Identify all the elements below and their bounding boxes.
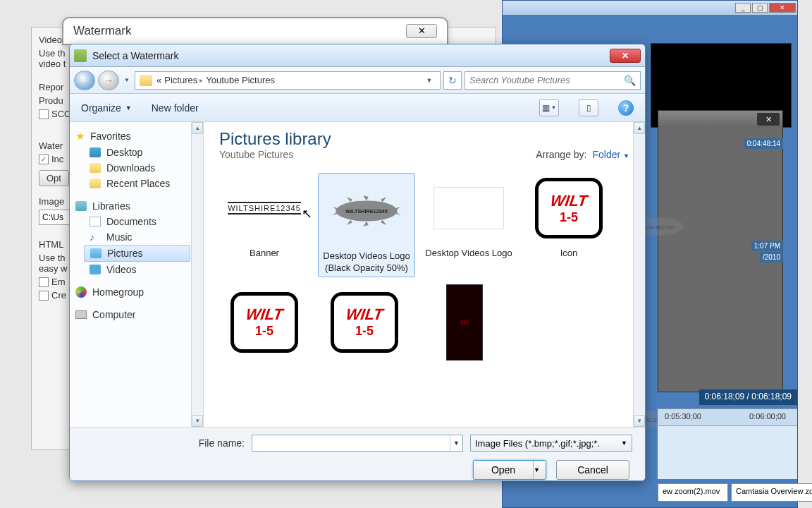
arrange-by-label: Arrange by: [536,149,586,160]
dialog-file-list: ▴ ▾ Pictures library Youtube Pictures Ar… [204,122,645,427]
dialog-close-button[interactable]: ✕ [610,49,641,63]
nav-back-button[interactable]: ← [74,71,95,90]
sidebar-scroll-down[interactable]: ▾ [192,415,203,427]
editor-panel-bar: ✕ [658,111,782,128]
dialog-sidebar: ▴ ▾ ★Favorites Desktop Downloads Recent … [70,122,204,427]
address-dropdown[interactable]: ▼ [423,77,436,84]
sco-checkbox[interactable] [39,109,49,119]
library-header: Pictures library Youtube Pictures Arrang… [204,122,645,164]
downloads-icon [90,163,101,173]
organize-menu[interactable]: Organize▼ [81,102,132,114]
timeline-clip-2[interactable]: Camtasia Overview zoom(2).mov [731,483,812,502]
file-label: Desktop Videos Logo [425,248,512,260]
new-folder-button[interactable]: New folder [152,102,199,114]
filelist-scroll-down[interactable]: ▾ [634,415,645,427]
editor-timestamp-3: /2010 [760,252,783,262]
file-item-row2-1[interactable]: WILT1-5 [218,287,311,362]
svg-marker-14 [381,220,386,225]
file-item-row2-2[interactable]: WILT1-5 [318,287,411,362]
sco-label: SCO [51,109,71,119]
search-input[interactable] [469,75,624,85]
filename-combo[interactable]: ▼ [252,435,463,452]
nav-forward-button[interactable]: → [98,71,119,90]
spiky-logo-thumbnail: WILTSHIRE12345 [331,193,402,229]
help-button[interactable]: ? [618,100,634,116]
search-icon[interactable]: 🔍 [624,75,636,86]
filelist-scrollbar[interactable]: ▴ ▾ [633,122,645,427]
watermark-modal-title: Watermark [73,24,406,38]
dialog-footer: File name: ▼ Image Files (*.bmp;*.gif;*.… [70,427,645,481]
editor-minimize-button[interactable]: _ [735,3,751,13]
sidebar-libraries-header[interactable]: Libraries [70,198,203,214]
view-mode-button[interactable]: ▦▼ [539,99,559,116]
file-label: Icon [560,248,578,260]
cancel-button[interactable]: Cancel [556,460,629,480]
music-icon: ♪ [90,232,101,242]
file-item-banner[interactable]: WILTSHIRE12345 Banner [218,173,311,277]
watermark-modal-close[interactable]: ✕ [406,24,437,38]
dialog-nav-bar: ← → ▼ « Pictures ▸ Youtube Pictures ▼ ↻ … [70,67,645,94]
sidebar-scroll-up[interactable]: ▴ [192,122,203,134]
file-filter-combo[interactable]: Image Files (*.bmp;*.gif;*.jpg;*. ▼ [470,435,632,452]
svg-text:WILTSHIRE12345: WILTSHIRE12345 [345,208,388,214]
sidebar-favorites-header[interactable]: ★Favorites [70,128,203,145]
wilt-icon-thumbnail: WILT1-5 [535,178,603,238]
file-item-row2-3[interactable]: ▮▮▮ [418,287,511,362]
sidebar-item-pictures[interactable]: Pictures [84,245,190,262]
recent-icon [90,179,101,188]
file-item-dvl-black[interactable]: WILTSHIRE12345 Desktop Videos Logo (Blac… [318,173,415,277]
filename-dropdown[interactable]: ▼ [450,435,462,451]
sidebar-item-documents[interactable]: Documents [70,214,203,229]
file-item-icon[interactable]: WILT1-5 Icon [522,173,615,277]
computer-icon [75,310,87,319]
svg-marker-9 [363,195,368,200]
sidebar-scrollbar[interactable]: ▴ ▾ [191,122,203,427]
editor-maximize-button[interactable]: ▢ [752,3,768,13]
pictures-icon [90,248,102,258]
address-bar[interactable]: « Pictures ▸ Youtube Pictures ▼ [135,71,441,90]
homegroup-icon [75,286,87,298]
svg-marker-10 [363,222,368,226]
editor-timestamp-1: 0:04:48:14 [744,138,783,149]
svg-marker-11 [347,197,352,202]
editor-timeline[interactable]: 0:05:30;00 0:06:00;00 [658,409,797,479]
preview-pane-button[interactable]: ▯ [579,99,598,116]
filter-dropdown-icon: ▼ [621,440,627,447]
breadcrumb-youtube-pictures[interactable]: Youtube Pictures [206,75,275,85]
filename-input[interactable] [252,438,450,449]
breadcrumb-pictures[interactable]: Pictures ▸ [164,75,203,85]
filter-value: Image Files (*.bmp;*.gif;*.jpg;*. [475,438,600,449]
sidebar-item-downloads[interactable]: Downloads [70,160,203,176]
editor-close-button[interactable]: ✕ [769,3,796,13]
star-icon: ★ [75,130,85,143]
search-box[interactable]: 🔍 [465,71,641,90]
dialog-toolbar: Organize▼ New folder ▦▼ ▯ ? [70,94,645,122]
options-button[interactable]: Opt [39,170,69,186]
timeline-clip-1[interactable]: ew zoom(2).mov [658,483,728,502]
em-checkbox[interactable] [39,277,49,287]
sidebar-item-videos[interactable]: Videos [70,262,203,277]
banner-thumbnail: WILTSHIRE12345 [228,202,301,214]
nav-history-dropdown[interactable]: ▼ [122,71,132,90]
sidebar-item-desktop[interactable]: Desktop [70,145,203,160]
refresh-button[interactable]: ↻ [443,71,462,90]
open-button[interactable]: Open ▼ [473,460,546,480]
watermark-modal: Watermark ✕ [62,17,448,45]
panel-close-button[interactable]: ✕ [757,113,780,126]
arrange-by-control[interactable]: Arrange by: Folder ▼ [536,149,629,160]
svg-marker-13 [347,220,352,225]
filelist-scroll-up[interactable]: ▴ [634,122,645,134]
breadcrumb-overflow[interactable]: « [156,75,161,85]
documents-icon [90,217,101,226]
include-checkbox[interactable]: ✓ [39,155,49,164]
open-dropdown[interactable]: ▼ [533,461,546,479]
sidebar-homegroup-header[interactable]: Homegroup [70,284,203,300]
ruler-mark-2: 0:06:00;00 [749,412,786,421]
sidebar-item-music[interactable]: ♪Music [70,229,203,245]
cre-checkbox[interactable] [39,291,49,301]
file-open-dialog: Select a Watermark ✕ ← → ▼ « Pictures ▸ … [69,44,646,481]
file-item-dvl[interactable]: Desktop Videos Logo [422,173,515,277]
videos-icon [90,265,101,274]
sidebar-computer-header[interactable]: Computer [70,307,203,322]
sidebar-item-recent[interactable]: Recent Places [70,176,203,191]
